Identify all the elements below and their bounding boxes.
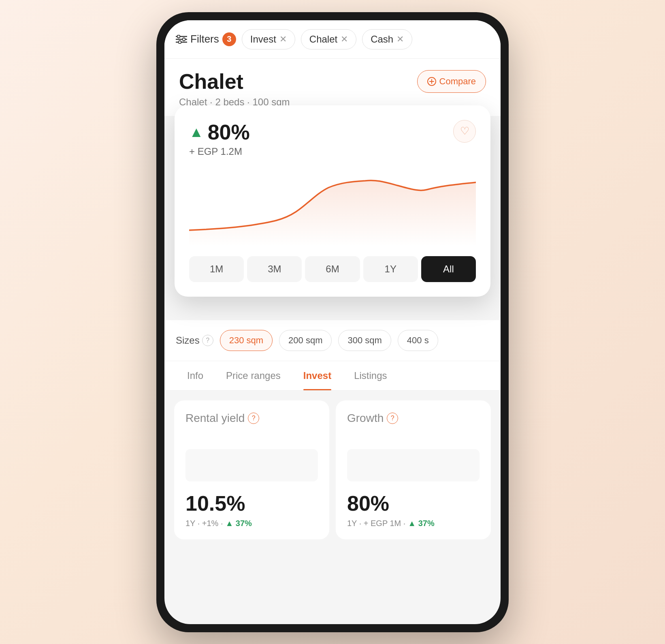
time-btn-3m[interactable]: 3M [247,256,302,282]
chart-header: ▲ 80% + EGP 1.2M ♡ [189,120,476,157]
growth-sub: 1Y · + EGP 1M · ▲ 37% [347,519,480,528]
tab-price-ranges[interactable]: Price ranges [215,361,292,390]
chart-card: ▲ 80% + EGP 1.2M ♡ [175,105,490,297]
growth-percentage: ▲ 80% [189,120,250,144]
size-chip-200[interactable]: 200 sqm [279,330,332,351]
cards-row: Rental yield ? 10.5% 1Y · +1% · ▲ 37% Gr… [164,391,501,549]
time-btn-1m[interactable]: 1M [189,256,244,282]
phone-frame: Filters 3 Invest ✕ Chalet ✕ Cash ✕ Chale… [156,12,509,632]
svg-point-5 [179,41,181,43]
growth-title: Growth ? [347,412,480,425]
sizes-label: Sizes ? [176,335,213,346]
invest-chip-close[interactable]: ✕ [279,34,287,45]
growth-card: Growth ? 80% 1Y · + EGP 1M · ▲ 37% [336,400,491,539]
size-chip-400[interactable]: 400 s [398,330,438,351]
favorite-button[interactable]: ♡ [453,120,476,143]
chalet-chip[interactable]: Chalet ✕ [301,29,356,49]
heart-icon: ♡ [460,125,469,137]
cash-chip[interactable]: Cash ✕ [362,29,412,49]
phone-screen: Filters 3 Invest ✕ Chalet ✕ Cash ✕ Chale… [164,20,501,624]
size-chip-300[interactable]: 300 sqm [338,330,391,351]
growth-value: 80% [347,491,480,516]
time-filter-group: 1M 3M 6M 1Y All [189,256,476,282]
time-btn-6m[interactable]: 6M [305,256,360,282]
rental-yield-value: 10.5% [185,491,318,516]
growth-chart-area [347,449,480,481]
cash-chip-close[interactable]: ✕ [396,34,404,45]
sizes-row: Sizes ? 230 sqm 200 sqm 300 sqm 400 s [164,320,501,361]
invest-chip[interactable]: Invest ✕ [242,29,295,49]
price-chart [189,165,476,246]
rental-yield-info-icon[interactable]: ? [248,413,259,424]
size-chip-230[interactable]: 230 sqm [220,330,273,351]
rental-yield-chart-area [185,449,318,481]
growth-info-icon[interactable]: ? [387,413,398,424]
growth-growth-pct: ▲ 37% [408,519,434,528]
triangle-up-icon: ▲ [189,124,204,141]
rental-yield-growth: ▲ 37% [225,519,252,528]
svg-point-4 [183,38,185,41]
filters-button[interactable]: Filters 3 [176,32,236,46]
growth-sub-text: + EGP 1.2M [189,146,250,157]
below-section: Sizes ? 230 sqm 200 sqm 300 sqm 400 s In… [164,320,501,549]
property-title: Chalet [179,70,290,93]
filters-label: Filters [190,33,219,45]
rental-yield-sub: 1Y · +1% · ▲ 37% [185,519,318,528]
filter-count-badge: 3 [222,32,236,46]
rental-yield-title: Rental yield ? [185,412,318,425]
tab-invest[interactable]: Invest [292,361,343,390]
svg-point-3 [177,35,180,38]
chalet-chip-close[interactable]: ✕ [341,34,348,45]
tab-info[interactable]: Info [176,361,215,390]
filter-bar: Filters 3 Invest ✕ Chalet ✕ Cash ✕ [164,20,501,59]
compare-button[interactable]: Compare [417,70,486,93]
sizes-info-icon[interactable]: ? [202,335,213,346]
rental-yield-card: Rental yield ? 10.5% 1Y · +1% · ▲ 37% [174,400,329,539]
time-btn-1y[interactable]: 1Y [363,256,418,282]
tab-listings[interactable]: Listings [343,361,398,390]
tab-bar: Info Price ranges Invest Listings [164,361,501,391]
time-btn-all[interactable]: All [421,256,476,282]
